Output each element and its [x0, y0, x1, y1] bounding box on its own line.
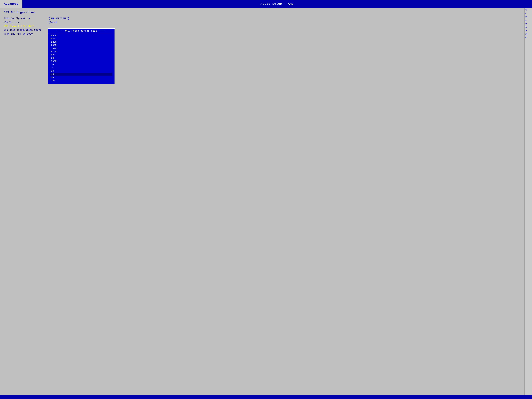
dropdown-option[interactable]: Auto — [50, 34, 113, 37]
sidebar-key: ↓: — [525, 12, 532, 15]
sidebar-key: 9: — [525, 30, 532, 32]
sidebar-key: /- — [525, 19, 532, 22]
igpu-value: [UMA_SPECIFIED] — [49, 17, 69, 20]
sidebar-key: 1: — [525, 23, 532, 25]
dropdown-option[interactable]: 80M — [50, 53, 113, 57]
uma-version-label: UMA Version — [4, 21, 47, 24]
dropdown-option[interactable]: 3G — [50, 69, 113, 73]
sidebar-key: 10 — [525, 33, 532, 36]
section-title: GFX Configuration — [4, 11, 521, 14]
config-item-igpu[interactable]: iGPU Configuration [UMA_SPECIFIED] — [4, 17, 521, 20]
bios-title: Aptio Setup - AMI — [22, 0, 532, 8]
gpu-host-label: GPU Host Translation Cache — [4, 29, 47, 31]
dropdown-option[interactable]: 1G — [50, 63, 113, 66]
bios-main: GFX Configuration iGPU Configuration [UM… — [0, 8, 532, 395]
sidebar-key: 2: — [525, 26, 532, 29]
dropdown-option[interactable]: 768M — [50, 60, 113, 63]
bios-content: GFX Configuration iGPU Configuration [UM… — [0, 8, 524, 395]
uma-framebuffer-dropdown[interactable]: UMA Frame buffer Size Auto64M128M256M384… — [48, 28, 115, 84]
bios-header: Advanced Aptio Setup - AMI — [0, 0, 532, 8]
sidebar-key: nt — [525, 16, 532, 19]
uma-frame-label: UMA Frame buffer Size — [4, 25, 47, 27]
bios-footer — [0, 395, 532, 399]
sidebar-key: SC — [525, 36, 532, 39]
dropdown-option[interactable]: 256M — [50, 44, 113, 47]
dropdown-option[interactable]: 96M — [50, 57, 113, 60]
dropdown-option[interactable]: 384M — [50, 47, 113, 50]
uma-version-value: [Auto] — [49, 21, 57, 24]
dropdown-options: Auto64M128M256M384M512M80M96M768M1G2G3G4… — [48, 33, 114, 83]
dropdown-option[interactable]: 2G — [50, 66, 113, 69]
tcon-label: TCON INSTANT ON LOGO — [4, 33, 47, 35]
dropdown-option[interactable]: 16G — [50, 79, 113, 82]
dropdown-title: UMA Frame buffer Size — [48, 29, 114, 33]
sidebar-key: +: — [525, 9, 532, 12]
dropdown-option[interactable]: 512M — [50, 50, 113, 53]
dropdown-option[interactable]: 8G — [50, 76, 113, 79]
config-item-uma-frame[interactable]: UMA Frame buffer Size — [4, 25, 521, 27]
dropdown-option[interactable]: 128M — [50, 40, 113, 44]
dropdown-option[interactable]: 64M — [50, 37, 113, 40]
config-item-uma-version[interactable]: UMA Version [Auto] — [4, 21, 521, 24]
dropdown-option[interactable]: 4G — [50, 73, 113, 76]
igpu-label: iGPU Configuration — [4, 17, 47, 20]
active-tab[interactable]: Advanced — [0, 0, 22, 8]
bios-sidebar: +:↓:nt/-1:2:9:10SC — [524, 8, 532, 395]
